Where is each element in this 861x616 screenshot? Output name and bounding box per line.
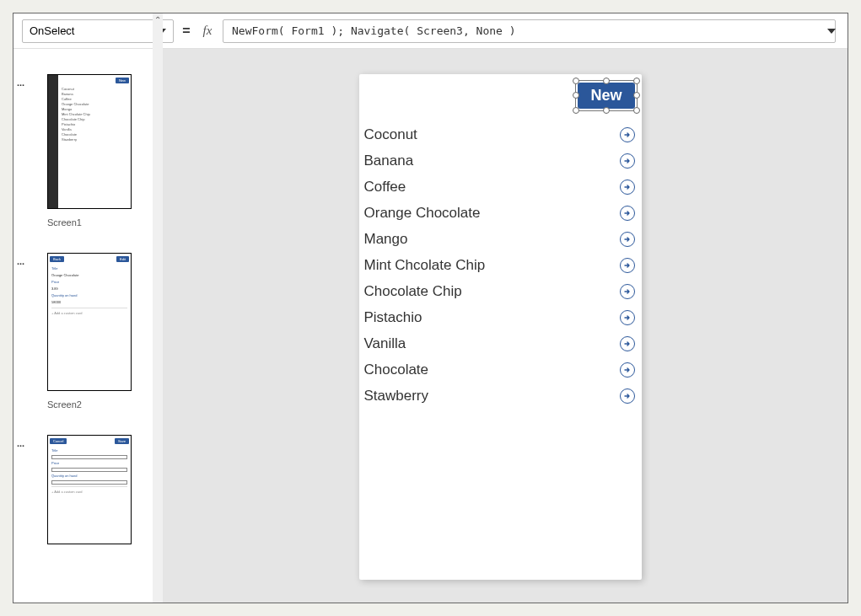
gallery-item-title: Vanilla: [364, 335, 406, 352]
gallery-item-title: Pistachio: [364, 309, 422, 326]
mini-save-button: Save: [115, 438, 129, 444]
gallery-row[interactable]: Stawberry: [364, 383, 640, 409]
thumbnail-preview: New CoconutBananaCoffeeOrange ChocolateM…: [47, 74, 132, 209]
gallery-item-title: Orange Chocolate: [364, 205, 481, 222]
arrow-right-icon[interactable]: [620, 258, 635, 273]
thumbnail-preview: Cancel Save Title Price Quantity on hand…: [47, 435, 132, 544]
gallery-item-title: Chocolate: [364, 362, 429, 378]
arrow-right-icon[interactable]: [620, 336, 635, 351]
screens-panel[interactable]: ... New CoconutBananaCoffeeOrange Chocol…: [13, 49, 153, 603]
mini-cancel-button: Cancel: [50, 438, 67, 444]
chevron-down-icon: [827, 29, 836, 34]
gallery[interactable]: CoconutBananaCoffeeOrange ChocolateMango…: [359, 116, 642, 409]
mini-new-button: New: [116, 78, 129, 83]
formula-text: NewForm( Form1 ); Navigate( Screen3, Non…: [232, 24, 516, 37]
gallery-item-title: Mint Chcolate Chip: [364, 257, 486, 274]
property-dropdown-label: OnSelect: [30, 24, 74, 37]
thumbnail-more-icon[interactable]: ...: [17, 256, 24, 266]
gallery-row[interactable]: Chocolate Chip: [364, 278, 640, 304]
workspace: ... New CoconutBananaCoffeeOrange Chocol…: [13, 49, 848, 603]
arrow-right-icon[interactable]: [620, 362, 635, 378]
gallery-row[interactable]: Coffee: [364, 174, 640, 200]
arrow-right-icon[interactable]: [620, 153, 635, 169]
mini-back-button: Back: [50, 256, 64, 262]
mini-detail-form: Title Orange Chocolate Price 3.89 Quanti…: [48, 264, 131, 319]
gallery-item-title: Mango: [364, 231, 408, 248]
arrow-right-icon[interactable]: [620, 206, 635, 221]
gallery-item-title: Coconut: [364, 126, 417, 143]
gallery-row[interactable]: Coconut: [364, 121, 640, 147]
gallery-item-title: Stawberry: [364, 388, 429, 404]
formula-bar: OnSelect = fx NewForm( Form1 ); Navigate…: [13, 13, 848, 49]
arrow-right-icon[interactable]: [620, 232, 635, 247]
thumbnail-more-icon[interactable]: ...: [17, 438, 24, 448]
thumbnail-screen2[interactable]: ... Back Edit Title Orange Chocolate Pri…: [13, 253, 153, 410]
gallery-row[interactable]: Banana: [364, 147, 640, 174]
arrow-right-icon[interactable]: [620, 388, 635, 404]
gallery-row[interactable]: Pistachio: [364, 304, 640, 330]
arrow-right-icon[interactable]: [620, 284, 635, 299]
scroll-up-icon[interactable]: ⌃: [153, 15, 163, 24]
gallery-row[interactable]: Orange Chocolate: [364, 200, 640, 226]
app-frame: OnSelect = fx NewForm( Form1 ); Navigate…: [13, 13, 848, 603]
mini-edit-button: Edit: [116, 256, 129, 262]
gallery-row[interactable]: Mint Chcolate Chip: [364, 252, 640, 278]
thumbnail-label: Screen1: [47, 217, 153, 228]
thumbnail-screen3[interactable]: ... Cancel Save Title Price Quantity on …: [13, 435, 153, 544]
mini-gallery: CoconutBananaCoffeeOrange ChocolateMango…: [48, 85, 131, 144]
formula-expand-button[interactable]: [824, 19, 839, 43]
gallery-item-title: Chocolate Chip: [364, 283, 462, 300]
thumbnail-label: Screen2: [47, 399, 153, 410]
gallery-row[interactable]: Chocolate: [364, 356, 640, 383]
property-dropdown[interactable]: OnSelect: [22, 19, 174, 43]
gallery-item-title: Coffee: [364, 179, 406, 196]
app-preview: New CoconutBananaCoffeeOr: [359, 74, 642, 580]
arrow-right-icon[interactable]: [620, 127, 635, 142]
gallery-item-title: Banana: [364, 153, 414, 169]
gallery-row[interactable]: Vanilla: [364, 330, 640, 356]
thumbnail-preview: Back Edit Title Orange Chocolate Price 3…: [47, 253, 132, 391]
new-button-selection: New: [578, 83, 634, 109]
thumbnail-more-icon[interactable]: ...: [17, 78, 24, 88]
mini-edit-form: Title Price Quantity on hand + Add a cus…: [48, 446, 131, 497]
arrow-right-icon[interactable]: [620, 179, 635, 195]
fx-icon: fx: [199, 24, 216, 38]
equals-icon: =: [180, 24, 192, 39]
formula-input[interactable]: NewForm( Form1 ); Navigate( Screen3, Non…: [223, 19, 836, 43]
new-button[interactable]: New: [578, 83, 634, 109]
gallery-row[interactable]: Mango: [364, 226, 640, 252]
thumbnail-screen1[interactable]: ... New CoconutBananaCoffeeOrange Chocol…: [13, 74, 153, 228]
arrow-right-icon[interactable]: [620, 310, 635, 325]
canvas[interactable]: New CoconutBananaCoffeeOr: [153, 49, 848, 603]
preview-header: New: [359, 74, 642, 116]
